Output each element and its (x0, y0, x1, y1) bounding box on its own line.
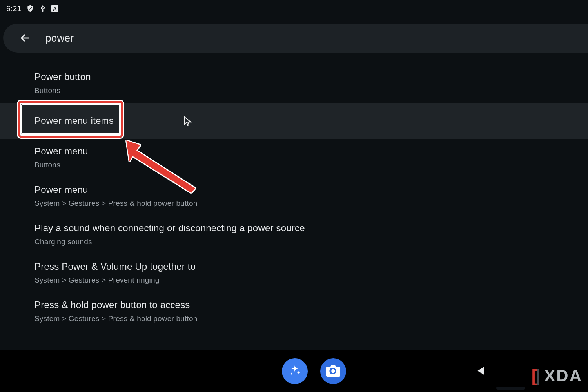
result-charging-sounds[interactable]: Play a sound when connecting or disconne… (0, 216, 588, 254)
result-title: Play a sound when connecting or disconne… (34, 223, 588, 234)
result-title: Press Power & Volume Up together to (34, 261, 588, 272)
status-time: 6:21 (6, 4, 22, 13)
sparkle-icon (288, 364, 301, 379)
usb-icon (39, 5, 47, 13)
assistant-button[interactable] (282, 358, 308, 384)
search-input[interactable] (45, 32, 588, 44)
nav-back-button[interactable] (475, 365, 487, 378)
camera-button[interactable] (320, 358, 346, 384)
back-button[interactable] (16, 29, 34, 47)
result-subtitle: Buttons (34, 161, 588, 169)
result-power-button[interactable]: Power button Buttons (0, 64, 588, 103)
result-power-volume-up[interactable]: Press Power & Volume Up together to Syst… (0, 254, 588, 292)
watermark-label: XDA (544, 367, 583, 385)
bracket-icon: ] (535, 366, 541, 386)
result-title: Power button (34, 71, 588, 82)
result-power-menu-items[interactable]: Power menu items (0, 103, 588, 139)
xda-watermark: ] XDA (535, 366, 583, 386)
camera-icon (326, 365, 340, 378)
taskbar: ] XDA (0, 350, 588, 392)
result-title: Power menu items (34, 115, 588, 126)
result-press-hold-power[interactable]: Press & hold power button to access Syst… (0, 292, 588, 331)
apps-button[interactable] (242, 358, 269, 385)
nav-back-area (475, 350, 487, 392)
result-title: Press & hold power button to access (34, 299, 588, 310)
result-subtitle: System > Gestures > Press & hold power b… (34, 314, 588, 323)
result-title: Power menu (34, 184, 588, 195)
home-indicator[interactable] (496, 387, 525, 390)
shield-icon (26, 5, 34, 13)
status-bar: 6:21 A (0, 0, 588, 17)
taskbar-center (242, 350, 346, 392)
result-title: Power menu (34, 146, 588, 157)
letter-a-icon: A (51, 5, 58, 12)
search-results: Power button Buttons Power menu items Po… (0, 59, 588, 350)
result-power-menu-buttons[interactable]: Power menu Buttons (0, 139, 588, 177)
result-power-menu-gestures[interactable]: Power menu System > Gestures > Press & h… (0, 177, 588, 216)
triangle-back-icon (475, 372, 487, 378)
result-subtitle: Buttons (34, 86, 588, 95)
search-bar (3, 24, 588, 53)
result-subtitle: System > Gestures > Press & hold power b… (34, 199, 588, 208)
result-subtitle: Charging sounds (34, 238, 588, 246)
result-subtitle: System > Gestures > Prevent ringing (34, 276, 588, 285)
